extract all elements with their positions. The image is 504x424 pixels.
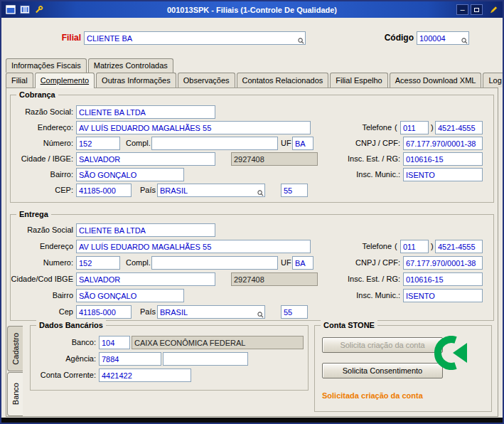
cobranca-cnpj-input[interactable]: [403, 137, 483, 150]
cobranca-numero-label: Número:: [11, 137, 73, 150]
entrega-numero-input[interactable]: [76, 256, 120, 270]
cobranca-telefone-input[interactable]: [435, 121, 483, 134]
codigo-magnifier-icon[interactable]: [461, 38, 468, 45]
agencia-input[interactable]: [99, 352, 161, 366]
sidetab-banco[interactable]: Banco: [7, 372, 23, 416]
filial-label: Filial: [50, 31, 81, 45]
app-window: 001013SPK - Filiais (1-Controle De Quali…: [0, 0, 504, 424]
entrega-pais-magnifier-icon[interactable]: [257, 312, 264, 319]
tab-contatos-relacionados[interactable]: Contatos Relacionados: [237, 73, 329, 88]
conta-corrente-label: Conta Corrente:: [32, 369, 96, 382]
entrega-endereco-label: Endereço: [11, 240, 73, 253]
entrega-pais-input[interactable]: [157, 305, 265, 319]
cobranca-insc-est-input[interactable]: [403, 152, 483, 166]
columns-icon[interactable]: [20, 5, 30, 14]
cobranca-telefone-paren-close: ): [431, 121, 434, 134]
cobranca-pais-codigo-input[interactable]: [281, 184, 308, 197]
title-bar[interactable]: 001013SPK - Filiais (1-Controle De Quali…: [1, 1, 503, 18]
agencia-label: Agência:: [32, 352, 96, 366]
cobranca-telefone-paren-open: (: [395, 121, 397, 134]
solicita-consentimento-button[interactable]: Solicita Consentimento: [322, 363, 443, 378]
entrega-bairro-label: Bairro: [11, 289, 73, 302]
cobranca-ddd-input[interactable]: [400, 121, 429, 134]
top-tab-strip: Informações Fiscais Matrizes Controladas: [6, 58, 175, 73]
codigo-label: Código: [374, 31, 414, 45]
tab-filial[interactable]: Filial: [6, 73, 33, 88]
tab-observacoes[interactable]: Observações: [178, 73, 235, 88]
tab-log[interactable]: Log: [483, 73, 504, 88]
wrench-icon[interactable]: [34, 5, 43, 14]
entrega-compl-input[interactable]: [151, 256, 278, 270]
cobranca-insc-mun-input[interactable]: [403, 168, 483, 181]
cobranca-cidade-label: Cidade / IBGE:: [11, 152, 73, 166]
tab-filial-espelho[interactable]: Filial Espelho: [330, 73, 387, 88]
entrega-cep-input[interactable]: [76, 305, 132, 319]
entrega-razao-social-input[interactable]: [76, 223, 215, 237]
cobranca-endereco-label: Endereço:: [11, 121, 73, 134]
window-title: 001013SPK - Filiais (1-Controle De Quali…: [1, 6, 503, 14]
filial-magnifier-icon[interactable]: [298, 38, 305, 45]
cobranca-pais-label: País: [140, 184, 156, 197]
sidetab-banco-label: Banco: [11, 383, 20, 405]
tab-outras-informacoes[interactable]: Outras Informações: [96, 73, 176, 88]
entrega-telefone-paren-close: ): [431, 240, 434, 253]
entrega-group-title: Entrega: [16, 209, 51, 219]
entrega-ddd-input[interactable]: [400, 240, 429, 253]
entrega-insc-est-input[interactable]: [403, 272, 483, 286]
entrega-bairro-input[interactable]: [76, 289, 184, 302]
sidetab-cadastro-label: Cadastro: [11, 333, 20, 365]
window-bottom-edge: [1, 418, 503, 423]
conta-stone-group: Conta STONE Solicita criação da conta So…: [314, 325, 492, 412]
conta-stone-group-title: Conta STONE: [321, 320, 377, 330]
cobranca-compl-label: Compl.: [126, 137, 151, 150]
cobranca-cidade-input[interactable]: [76, 152, 215, 166]
cobranca-numero-input[interactable]: [76, 137, 120, 150]
solicita-criacao-button[interactable]: Solicita criação da conta: [322, 337, 443, 353]
filial-input[interactable]: [84, 31, 306, 45]
sidetab-cadastro[interactable]: Cadastro: [7, 326, 23, 371]
entrega-insc-mun-input[interactable]: [403, 289, 483, 302]
pencil-icon[interactable]: [488, 5, 498, 15]
cobranca-razao-social-input[interactable]: [76, 105, 215, 119]
entrega-cep-label: Cep: [11, 305, 73, 319]
entrega-cidade-input[interactable]: [76, 272, 215, 286]
stone-status-text: Solicitada criação da conta: [322, 391, 423, 400]
tab-acesso-download-xml[interactable]: Acesso Download XML: [390, 73, 482, 88]
cobranca-razao-social-label: Razão Social:: [11, 105, 73, 119]
cobranca-bairro-input[interactable]: [76, 168, 184, 181]
banco-nome-field: [132, 336, 304, 349]
entrega-telefone-label: Telefone: [267, 240, 392, 253]
cobranca-bairro-label: Bairro:: [11, 168, 73, 181]
maximize-icon: [474, 8, 479, 12]
cobranca-telefone-label: Telefone: [267, 121, 392, 134]
cobranca-cep-input[interactable]: [76, 184, 132, 197]
entrega-pais-codigo-input[interactable]: [281, 305, 308, 319]
tab-complemento[interactable]: Complemento: [35, 73, 95, 88]
agencia-extra-input[interactable]: [163, 352, 248, 366]
banco-codigo-input[interactable]: [99, 336, 130, 349]
minimize-button[interactable]: –: [456, 4, 468, 15]
cobranca-insc-mun-label: Insc. Munic.:: [267, 168, 400, 181]
dados-bancarios-group-title: Dados Bancários: [36, 320, 106, 330]
cobranca-group-title: Cobrança: [16, 90, 58, 100]
stone-logo-icon: [434, 336, 468, 370]
cobranca-cep-label: CEP:: [11, 184, 73, 197]
conta-corrente-input[interactable]: [99, 369, 191, 382]
entrega-telefone-input[interactable]: [435, 240, 483, 253]
entrega-razao-social-label: Razão Social: [11, 223, 73, 237]
entrega-compl-label: Compl.: [126, 256, 151, 270]
banco-label: Banco:: [32, 336, 96, 349]
entrega-cnpj-label: CNPJ / CPF:: [267, 256, 400, 270]
cobranca-pais-input[interactable]: [157, 184, 265, 197]
entrega-insc-mun-label: Insc. Munic.:: [267, 289, 400, 302]
tab-matrizes-controladas[interactable]: Matrizes Controladas: [88, 58, 173, 73]
entrega-cidade-label: Cidade/Cod IBGE: [11, 272, 73, 286]
window-icon[interactable]: [6, 5, 16, 14]
main-tab-strip: Filial Complemento Outras Informações Ob…: [6, 73, 504, 88]
cobranca-compl-input[interactable]: [151, 137, 278, 150]
entrega-cnpj-input[interactable]: [403, 256, 483, 270]
cobranca-pais-magnifier-icon[interactable]: [257, 190, 264, 197]
tab-informacoes-fiscais[interactable]: Informações Fiscais: [6, 58, 87, 73]
maximize-button[interactable]: [471, 4, 483, 15]
entrega-insc-est-label: Insc. Est. / RG:: [267, 272, 400, 286]
